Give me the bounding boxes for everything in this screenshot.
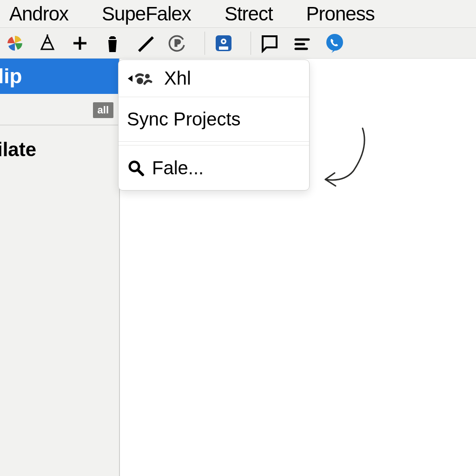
svg-point-4 [223,40,225,42]
toolbar: P [0,28,476,59]
colorful-pinwheel-icon[interactable] [3,31,27,55]
dropdown-item-label: Fale... [152,158,204,178]
toolbar-divider [205,32,205,55]
menu-strect[interactable]: Strect [225,3,273,25]
tag-all-badge[interactable]: all [93,102,113,118]
toolbar-divider-2 [251,32,251,55]
sidebar-item-selected[interactable]: lip [0,59,119,94]
menu-androx[interactable]: Androx [9,3,68,25]
sidebar-item-ilate[interactable]: ilate [0,126,119,161]
dropdown-item-fale[interactable]: Fale... [119,145,309,190]
dropdown-item-label: Sync Projects [127,109,241,130]
p-revert-icon[interactable]: P [165,31,190,55]
disk-icon[interactable] [212,31,236,55]
dropdown-item-xhl[interactable]: Xhl [119,60,309,97]
dropdown-separator [119,142,309,145]
svg-rect-5 [219,46,228,50]
sidebar-item-label: ilate [0,139,36,160]
structure-icon[interactable] [35,31,60,55]
phone-bubble-icon[interactable] [323,31,347,55]
dropdown-menu: Xhl Sync Projects Fale... [118,60,310,191]
bucket-icon[interactable] [100,31,125,55]
menu-proness[interactable]: Proness [306,3,375,25]
dropdown-item-sync-projects[interactable]: Sync Projects [119,97,309,142]
menubar: Androx SupeFalex Strect Proness [0,0,476,28]
svg-point-8 [145,74,150,79]
svg-text:P: P [175,39,180,48]
sidebar-selected-label: lip [0,65,22,88]
align-icon[interactable] [290,31,314,55]
dropdown-item-label: Xhl [164,68,191,89]
pencil-icon[interactable] [133,31,157,55]
svg-point-6 [326,34,343,51]
sidebar-tag-row: all [0,94,119,125]
search-icon [127,159,145,177]
svg-point-7 [137,78,143,84]
sidebar: lip all ilate [0,59,120,476]
chat-icon[interactable] [258,31,282,55]
menu-supefalex[interactable]: SupeFalex [102,3,191,25]
plus-icon[interactable] [68,31,92,55]
